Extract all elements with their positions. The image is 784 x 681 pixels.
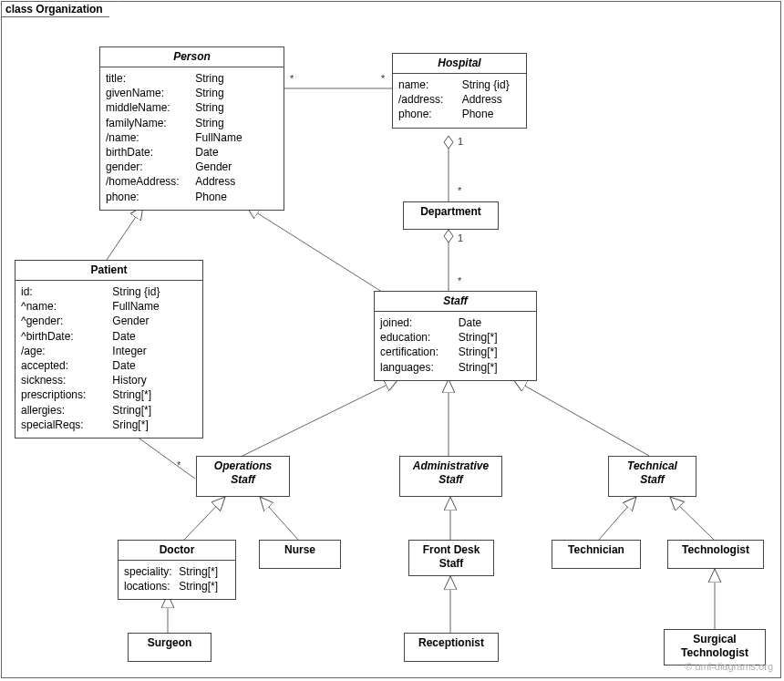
class-doctor: Doctor speciality:String[*]locations:Str… [118,540,236,600]
svg-line-13 [670,497,714,540]
class-technician: Technician [552,540,641,569]
class-nurse-title: Nurse [260,541,340,560]
attribute-row: givenName:String [106,86,278,100]
class-surgeon-title: Surgeon [129,634,211,653]
attribute-row: sickness:History [21,373,197,387]
class-receptionist: Receptionist [404,633,499,662]
watermark: © uml-diagrams.org [685,661,773,672]
class-operations-staff-title: Operations Staff [197,457,289,490]
attribute-row: ^gender:Gender [21,314,197,328]
attribute-row: familyName:String [106,116,278,130]
class-administrative-staff: Administrative Staff [399,456,502,497]
mult-patient-ops-bottom: * [177,459,181,470]
class-staff: Staff joined:Dateeducation:String[*]cert… [374,291,537,381]
mult-hospital-dept-1: 1 [458,136,463,147]
attribute-row: /name:FullName [106,130,278,145]
attribute-row: ^birthDate:Date [21,329,197,344]
attribute-row: certification:String[*] [380,345,531,359]
class-front-desk-staff-title: Front Desk Staff [409,541,493,573]
class-technician-title: Technician [552,541,640,560]
attribute-row: /address:Address [398,92,521,107]
attribute-row: locations:String[*] [124,579,230,593]
attribute-row: /age:Integer [21,344,197,358]
attribute-row: education:String[*] [380,330,531,345]
class-technical-staff: Technical Staff [608,456,696,497]
mult-dept-staff-1: 1 [458,232,463,243]
class-staff-attrs: joined:Dateeducation:String[*]certificat… [375,312,536,380]
attribute-row: ^name:FullName [21,299,197,314]
class-hospital-title: Hospital [393,54,526,74]
class-technical-staff-title: Technical Staff [609,457,696,490]
attribute-row: phone:Phone [106,190,278,204]
svg-line-10 [260,497,298,540]
class-technologist: Technologist [667,540,764,569]
mult-dept-staff-star: * [458,275,461,286]
attribute-row: prescriptions:String[*] [21,387,197,402]
attribute-row: title:String [106,71,278,86]
mult-person-hospital-right: * [381,73,385,84]
class-person-attrs: title:StringgivenName:StringmiddleName:S… [100,67,284,210]
class-patient: Patient id:String {id}^name:FullName^gen… [15,260,203,439]
class-surgical-technologist-title: Surgical Technologist [665,630,765,663]
class-nurse: Nurse [259,540,341,569]
attribute-row: birthDate:Date [106,145,278,160]
class-receptionist-title: Receptionist [405,634,498,653]
class-surgeon: Surgeon [128,633,211,662]
attribute-row: speciality:String[*] [124,564,230,579]
svg-line-3 [107,206,143,260]
class-doctor-title: Doctor [119,541,235,561]
svg-line-8 [513,379,649,456]
attribute-row: joined:Date [380,315,531,330]
mult-hospital-dept-star: * [458,185,461,196]
class-front-desk-staff: Front Desk Staff [408,540,494,576]
class-staff-title: Staff [375,292,536,312]
class-operations-staff: Operations Staff [196,456,290,497]
organization-frame: class Organization [1,1,781,678]
class-person: Person title:StringgivenName:Stringmiddl… [99,46,284,211]
attribute-row: phone:Phone [398,107,521,121]
class-technologist-title: Technologist [668,541,763,560]
attribute-row: allergies:String[*] [21,403,197,418]
attribute-row: /homeAddress:Address [106,174,278,189]
class-department-title: Department [404,202,498,222]
svg-line-9 [184,497,225,540]
attribute-row: middleName:String [106,100,278,115]
class-patient-title: Patient [15,261,202,281]
attribute-row: accepted:Date [21,358,197,373]
class-hospital-attrs: name:String {id}/address:Addressphone:Ph… [393,74,526,128]
class-patient-attrs: id:String {id}^name:FullName^gender:Gend… [15,281,202,438]
svg-line-6 [242,379,398,456]
class-person-title: Person [100,47,284,67]
class-hospital: Hospital name:String {id}/address:Addres… [392,53,527,129]
attribute-row: languages:String[*] [380,360,531,375]
mult-person-hospital-left: * [290,73,294,84]
attribute-row: id:String {id} [21,284,197,299]
class-department: Department [403,201,499,230]
attribute-row: gender:Gender [106,160,278,174]
class-surgical-technologist: Surgical Technologist [664,629,766,666]
frame-label: class Organization [1,1,119,17]
class-administrative-staff-title: Administrative Staff [400,457,501,490]
class-doctor-attrs: speciality:String[*]locations:String[*] [119,561,235,599]
svg-line-12 [599,497,636,540]
attribute-row: name:String {id} [398,77,521,92]
svg-line-4 [246,206,385,294]
attribute-row: specialReqs:Sring[*] [21,418,197,432]
